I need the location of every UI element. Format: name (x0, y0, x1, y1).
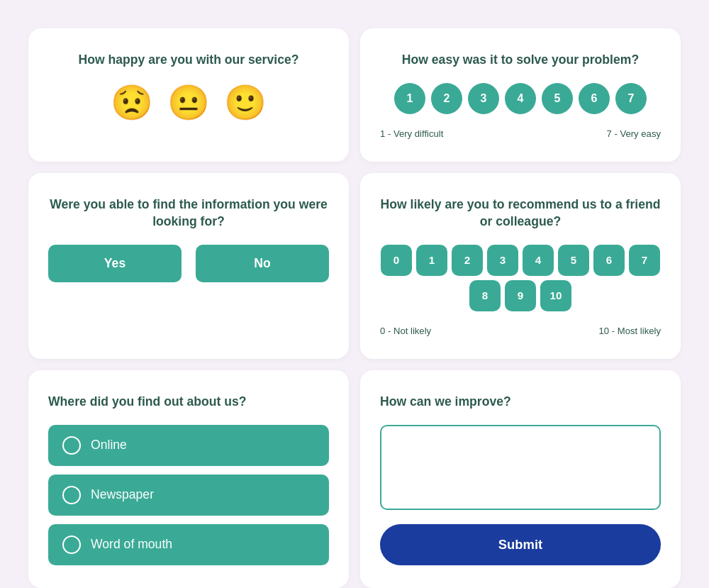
emoji-happy[interactable]: 🙂 (224, 83, 267, 123)
source-question: Where did you find out about us? (48, 393, 247, 411)
nps-btn-8[interactable]: 8 (469, 280, 501, 311)
nps-label-low: 0 - Not likely (380, 326, 431, 336)
nps-btn-1[interactable]: 1 (416, 245, 447, 276)
happiness-question: How happy are you with our service? (79, 51, 299, 69)
nps-btn-6[interactable]: 6 (593, 245, 625, 276)
nps-btn-7[interactable]: 7 (629, 245, 660, 276)
ces-btn-3[interactable]: 3 (468, 83, 499, 114)
nps-btn-4[interactable]: 4 (523, 245, 554, 276)
improve-textarea[interactable] (380, 425, 661, 510)
submit-button[interactable]: Submit (380, 524, 661, 565)
ces-label-low: 1 - Very difficult (380, 128, 443, 139)
source-card: Where did you find out about us? Online … (28, 370, 349, 588)
ces-card: How easy was it to solve your problem? 1… (360, 28, 681, 162)
source-option-word-of-mouth[interactable]: Word of mouth (48, 524, 329, 565)
improve-card: How can we improve? Submit (360, 370, 681, 588)
yesno-row: Yes No (48, 245, 329, 282)
source-label-newspaper: Newspaper (91, 487, 154, 502)
improve-question: How can we improve? (380, 393, 511, 411)
ces-label-high: 7 - Very easy (606, 128, 661, 139)
survey-container: How happy are you with our service? 😟 😐 … (14, 14, 695, 588)
source-label-word-of-mouth: Word of mouth (91, 537, 172, 552)
emoji-row: 😟 😐 🙂 (111, 83, 267, 123)
nps-scale-row: 0 1 2 3 4 5 6 7 8 9 10 (380, 245, 661, 311)
yes-button[interactable]: Yes (48, 245, 182, 282)
nps-btn-0[interactable]: 0 (381, 245, 412, 276)
nps-btn-5[interactable]: 5 (558, 245, 589, 276)
ces-btn-2[interactable]: 2 (431, 83, 462, 114)
source-option-online[interactable]: Online (48, 425, 329, 466)
nps-btn-2[interactable]: 2 (452, 245, 483, 276)
no-button[interactable]: No (196, 245, 329, 282)
ces-btn-6[interactable]: 6 (579, 83, 610, 114)
radio-circle-newspaper (62, 486, 81, 504)
happiness-card: How happy are you with our service? 😟 😐 … (28, 28, 349, 162)
ces-question: How easy was it to solve your problem? (402, 51, 639, 69)
ces-btn-7[interactable]: 7 (615, 83, 647, 114)
ces-scale-row: 1 2 3 4 5 6 7 (394, 83, 647, 114)
yesno-question: Were you able to find the information yo… (48, 196, 329, 231)
nps-btn-10[interactable]: 10 (540, 280, 571, 311)
ces-btn-4[interactable]: 4 (505, 83, 536, 114)
radio-circle-online (62, 436, 81, 455)
source-option-newspaper[interactable]: Newspaper (48, 475, 329, 516)
radio-circle-word-of-mouth (62, 536, 81, 554)
source-label-online: Online (91, 438, 127, 453)
nps-btn-9[interactable]: 9 (505, 280, 536, 311)
ces-btn-5[interactable]: 5 (542, 83, 573, 114)
nps-btn-3[interactable]: 3 (487, 245, 518, 276)
nps-scale-labels: 0 - Not likely 10 - Most likely (380, 326, 661, 336)
ces-scale-labels: 1 - Very difficult 7 - Very easy (380, 128, 661, 139)
nps-label-high: 10 - Most likely (599, 326, 661, 336)
yesno-card: Were you able to find the information yo… (28, 173, 349, 359)
nps-question: How likely are you to recommend us to a … (380, 196, 661, 231)
emoji-sad[interactable]: 😟 (111, 83, 153, 123)
nps-card: How likely are you to recommend us to a … (360, 173, 681, 359)
emoji-neutral[interactable]: 😐 (167, 83, 210, 123)
source-radio-list: Online Newspaper Word of mouth (48, 425, 329, 565)
ces-btn-1[interactable]: 1 (394, 83, 425, 114)
